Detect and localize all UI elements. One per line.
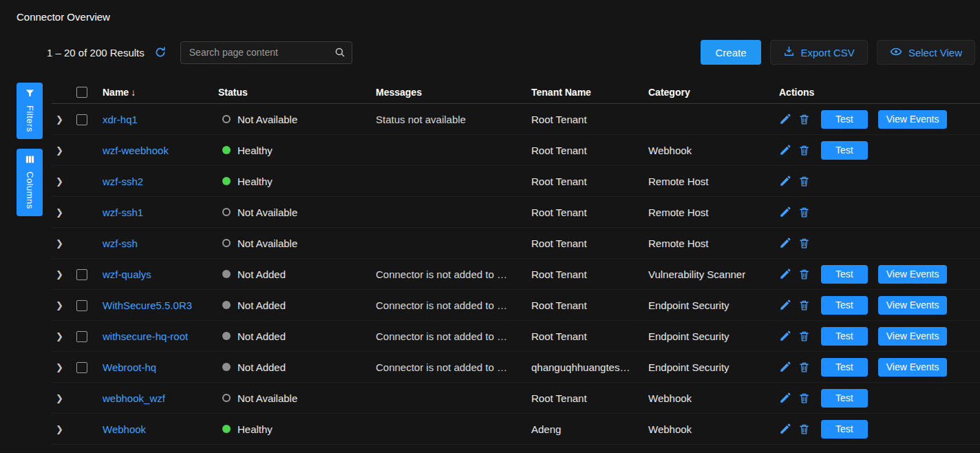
edit-icon[interactable] — [779, 113, 791, 125]
status-dot-icon — [222, 425, 231, 433]
header-tenant-name[interactable]: Tenant Name — [529, 87, 646, 98]
connector-name-link[interactable]: wzf-qualys — [103, 268, 151, 280]
edit-icon[interactable] — [779, 392, 791, 404]
expand-chevron-icon[interactable]: ❯ — [54, 330, 65, 343]
connector-name-link[interactable]: Webhook — [103, 423, 146, 435]
test-button[interactable]: Test — [821, 265, 868, 284]
columns-icon — [25, 154, 35, 167]
delete-icon[interactable] — [798, 238, 810, 249]
edit-icon[interactable] — [779, 268, 791, 280]
status-text: Not Available — [237, 392, 297, 404]
edit-icon[interactable] — [779, 175, 791, 187]
edit-icon[interactable] — [779, 206, 791, 218]
header-status[interactable]: Status — [215, 87, 373, 98]
delete-icon[interactable] — [798, 330, 810, 342]
connector-name-link[interactable]: WithSecure5.5.0R3 — [103, 299, 192, 311]
select-all-checkbox[interactable] — [76, 87, 87, 98]
edit-icon[interactable] — [779, 361, 791, 373]
expand-chevron-icon[interactable]: ❯ — [54, 144, 65, 157]
edit-icon[interactable] — [779, 237, 791, 249]
connector-name-link[interactable]: xdr-hq1 — [103, 114, 138, 125]
export-csv-label: Export CSV — [801, 47, 855, 59]
expand-chevron-icon[interactable]: ❯ — [54, 113, 65, 126]
test-button[interactable]: Test — [821, 110, 868, 129]
view-events-button[interactable]: View Events — [878, 327, 948, 346]
delete-icon[interactable] — [798, 145, 810, 156]
connector-name-link[interactable]: webhook_wzf — [103, 392, 165, 404]
expand-chevron-icon[interactable]: ❯ — [54, 237, 65, 250]
columns-tab[interactable]: Columns — [17, 149, 43, 216]
edit-icon[interactable] — [779, 423, 791, 435]
view-events-button[interactable]: View Events — [878, 265, 948, 284]
connector-name-link[interactable]: withsecure-hq-root — [103, 330, 188, 342]
expand-chevron-icon[interactable]: ❯ — [54, 175, 65, 188]
status-text: Not Added — [237, 299, 286, 311]
delete-icon[interactable] — [798, 423, 810, 435]
connector-name-link[interactable]: Webroot-hq — [103, 361, 156, 373]
tenant-name: Adeng — [529, 423, 646, 435]
view-events-button[interactable]: View Events — [878, 296, 948, 315]
refresh-icon[interactable] — [154, 46, 167, 59]
test-button[interactable]: Test — [821, 420, 868, 439]
edit-icon[interactable] — [779, 144, 791, 156]
header-name[interactable]: Name↓ — [100, 87, 215, 98]
row-checkbox[interactable] — [76, 300, 87, 311]
status-text: Healthy — [237, 145, 273, 156]
test-button[interactable]: Test — [821, 358, 868, 377]
status-text: Not Available — [237, 238, 297, 249]
edit-icon[interactable] — [779, 330, 791, 342]
expand-chevron-icon[interactable]: ❯ — [54, 268, 65, 281]
test-button[interactable]: Test — [821, 141, 868, 160]
expand-chevron-icon[interactable]: ❯ — [54, 361, 65, 374]
delete-icon[interactable] — [798, 207, 810, 218]
columns-tab-label: Columns — [25, 171, 35, 209]
table-row: ❯ wzf-weebhook Healthy Root Tenant Webho… — [52, 135, 980, 166]
create-button[interactable]: Create — [701, 40, 760, 65]
delete-icon[interactable] — [798, 361, 810, 373]
expand-chevron-icon[interactable]: ❯ — [54, 392, 65, 405]
connector-name-link[interactable]: wzf-ssh1 — [103, 207, 143, 218]
table-row: ❯ webhook_wzf Not Available Root Tenant … — [52, 383, 980, 414]
view-events-button[interactable]: View Events — [878, 358, 948, 377]
view-events-button[interactable]: View Events — [878, 110, 948, 129]
tenant-name: Root Tenant — [529, 330, 646, 342]
header-category[interactable]: Category — [646, 87, 776, 98]
message-text: Connector is not added to … — [373, 361, 529, 373]
delete-icon[interactable] — [798, 299, 810, 311]
row-checkbox[interactable] — [76, 114, 87, 125]
test-button[interactable]: Test — [821, 296, 868, 315]
search-input[interactable] — [180, 41, 352, 64]
expand-chevron-icon[interactable]: ❯ — [54, 299, 65, 312]
expand-chevron-icon[interactable]: ❯ — [54, 423, 65, 436]
connector-name-link[interactable]: wzf-weebhook — [103, 145, 169, 156]
delete-icon[interactable] — [798, 114, 810, 125]
header-messages[interactable]: Messages — [373, 87, 529, 98]
delete-icon[interactable] — [798, 392, 810, 404]
category: Webhook — [646, 145, 776, 156]
test-button[interactable]: Test — [821, 327, 868, 346]
results-count: 1 – 20 of 200 Results — [47, 47, 145, 59]
table-row: ❯ wzf-ssh1 Not Available Root Tenant Rem… — [52, 197, 980, 228]
row-checkbox[interactable] — [76, 362, 87, 373]
expand-chevron-icon[interactable]: ❯ — [54, 206, 65, 219]
sort-descending-icon[interactable]: ↓ — [131, 87, 136, 98]
header-actions: Actions — [776, 87, 980, 98]
status-dot-icon — [222, 115, 231, 123]
row-checkbox[interactable] — [76, 269, 87, 280]
export-csv-button[interactable]: Export CSV — [770, 40, 868, 65]
edit-icon[interactable] — [779, 299, 791, 311]
test-button[interactable]: Test — [821, 389, 868, 408]
connector-name-link[interactable]: wzf-ssh2 — [103, 176, 143, 187]
delete-icon[interactable] — [798, 268, 810, 280]
status-dot-icon — [222, 301, 231, 309]
select-view-label: Select View — [908, 47, 962, 59]
filters-tab[interactable]: Filters — [17, 83, 43, 139]
select-view-button[interactable]: Select View — [877, 40, 975, 65]
status-text: Not Added — [237, 330, 286, 342]
row-checkbox[interactable] — [76, 331, 87, 342]
delete-icon[interactable] — [798, 176, 810, 187]
tenant-name: Root Tenant — [529, 299, 646, 311]
status-dot-icon — [222, 363, 231, 371]
status-text: Healthy — [237, 176, 273, 187]
connector-name-link[interactable]: wzf-ssh — [103, 238, 138, 249]
